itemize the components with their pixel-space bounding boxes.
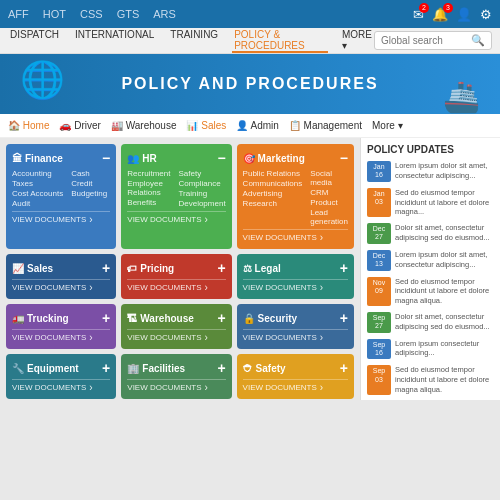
hr-item[interactable]: Recruitment <box>127 169 170 178</box>
chevron-right-icon: › <box>320 282 323 293</box>
trucking-plus[interactable]: + <box>102 310 110 326</box>
finance-item[interactable]: Credit <box>71 179 107 188</box>
hr-item[interactable]: Employee Relations <box>127 179 170 197</box>
marketing-view-docs[interactable]: VIEW DOCUMENTS › <box>243 229 348 243</box>
card-hr[interactable]: 👥HR − Recruitment Employee Relations Ben… <box>121 144 231 249</box>
bell-icon[interactable]: 🔔3 <box>432 7 448 22</box>
policy-date: Sep03 <box>367 365 391 394</box>
marketing-item[interactable]: Advertising <box>243 189 303 198</box>
bc-warehouse[interactable]: 🏭 Warehouse <box>111 120 177 131</box>
legal-plus[interactable]: + <box>340 260 348 276</box>
nav-more[interactable]: MORE ▾ <box>340 29 374 53</box>
hr-item[interactable]: Training <box>178 189 225 198</box>
card-legal[interactable]: ⚖Legal + VIEW DOCUMENTS › <box>237 254 354 299</box>
facilities-view-docs[interactable]: VIEW DOCUMENTS › <box>127 379 225 393</box>
top-nav-ars[interactable]: ARS <box>153 8 176 20</box>
policy-item[interactable]: Jan03 Sed do eiusmod tempor incididunt u… <box>367 188 494 217</box>
hr-item[interactable]: Benefits <box>127 198 170 207</box>
policy-item[interactable]: Sep16 Lorem ipsum consectetur adipiscing… <box>367 339 494 360</box>
gear-icon[interactable]: ⚙ <box>480 7 492 22</box>
nav-training[interactable]: TRAINING <box>168 29 220 53</box>
card-security[interactable]: 🔒Security + VIEW DOCUMENTS › <box>237 304 354 349</box>
equipment-plus[interactable]: + <box>102 360 110 376</box>
search-input[interactable] <box>381 35 471 46</box>
policy-item[interactable]: Sep27 Dolor sit amet, consectetur adipis… <box>367 312 494 333</box>
policy-date: Nov09 <box>367 277 391 306</box>
bc-driver[interactable]: 🚗 Driver <box>59 120 100 131</box>
marketing-title: Marketing <box>258 153 305 164</box>
sales-view-docs[interactable]: VIEW DOCUMENTS › <box>12 279 110 293</box>
hr-minus[interactable]: − <box>217 150 225 166</box>
bc-home[interactable]: 🏠 Home <box>8 120 49 131</box>
chevron-right-icon: › <box>320 232 323 243</box>
policy-text: Dolor sit amet, consectetur adipiscing s… <box>395 312 494 333</box>
marketing-minus[interactable]: − <box>340 150 348 166</box>
finance-item[interactable]: Cost Accounts <box>12 189 63 198</box>
search-icon[interactable]: 🔍 <box>471 34 485 47</box>
hero-title: POLICY AND PROCEDURES <box>121 75 378 93</box>
card-sales[interactable]: 📈Sales + VIEW DOCUMENTS › <box>6 254 116 299</box>
nav-policy-procedures[interactable]: POLICY & PROCEDURES <box>232 29 328 53</box>
marketing-item[interactable]: Communications <box>243 179 303 188</box>
hr-view-docs[interactable]: VIEW DOCUMENTS › <box>127 211 225 225</box>
card-pricing[interactable]: 🏷Pricing + VIEW DOCUMENTS › <box>121 254 231 299</box>
finance-item[interactable]: Accounting <box>12 169 63 178</box>
finance-view-docs[interactable]: VIEW DOCUMENTS › <box>12 211 110 225</box>
nav-dispatch[interactable]: DISPATCH <box>8 29 61 53</box>
pricing-plus[interactable]: + <box>217 260 225 276</box>
card-warehouse[interactable]: 🏗Warehouse + VIEW DOCUMENTS › <box>121 304 231 349</box>
bc-sales[interactable]: 📊 Sales <box>186 120 226 131</box>
bc-more[interactable]: More ▾ <box>372 120 403 131</box>
facilities-plus[interactable]: + <box>217 360 225 376</box>
finance-item[interactable]: Budgeting <box>71 189 107 198</box>
marketing-item[interactable]: Product <box>310 198 348 207</box>
marketing-item[interactable]: Research <box>243 199 303 208</box>
trucking-view-docs[interactable]: VIEW DOCUMENTS › <box>12 329 110 343</box>
marketing-item[interactable]: Public Relations <box>243 169 303 178</box>
safety-plus[interactable]: + <box>340 360 348 376</box>
warehouse-view-docs[interactable]: VIEW DOCUMENTS › <box>127 329 225 343</box>
hr-item[interactable]: Compliance <box>178 179 225 188</box>
finance-item[interactable]: Taxes <box>12 179 63 188</box>
marketing-item[interactable]: Social media <box>310 169 348 187</box>
card-facilities[interactable]: 🏢Facilities + VIEW DOCUMENTS › <box>121 354 231 399</box>
top-nav-aff[interactable]: AFF <box>8 8 29 20</box>
top-nav-gts[interactable]: GTS <box>117 8 140 20</box>
hero-banner: 🌐 POLICY AND PROCEDURES 🚢 <box>0 54 500 114</box>
legal-view-docs[interactable]: VIEW DOCUMENTS › <box>243 279 348 293</box>
sales-plus[interactable]: + <box>102 260 110 276</box>
marketing-item[interactable]: Lead generation <box>310 208 348 226</box>
finance-minus[interactable]: − <box>102 150 110 166</box>
policy-item[interactable]: Nov09 Sed do eiusmod tempor incididunt u… <box>367 277 494 306</box>
policy-item[interactable]: Sep03 Sed do eiusmod tempor incididunt u… <box>367 365 494 394</box>
policy-item[interactable]: Dec27 Dolor sit amet, consectetur adipis… <box>367 223 494 244</box>
card-marketing[interactable]: 🎯Marketing − Public Relations Communicat… <box>237 144 354 249</box>
hr-item[interactable]: Development <box>178 199 225 208</box>
card-safety[interactable]: ⛑Safety + VIEW DOCUMENTS › <box>237 354 354 399</box>
card-finance[interactable]: 🏛Finance − Accounting Taxes Cost Account… <box>6 144 116 249</box>
security-view-docs[interactable]: VIEW DOCUMENTS › <box>243 329 348 343</box>
top-nav-hot[interactable]: HOT <box>43 8 66 20</box>
policy-item[interactable]: Jan16 Lorem ipsum dolor sit amet, consec… <box>367 161 494 182</box>
chevron-right-icon: › <box>320 332 323 343</box>
user-icon[interactable]: 👤 <box>456 7 472 22</box>
card-equipment[interactable]: 🔧Equipment + VIEW DOCUMENTS › <box>6 354 116 399</box>
bc-admin[interactable]: 👤 Admin <box>236 120 279 131</box>
top-nav-css[interactable]: CSS <box>80 8 103 20</box>
policy-item[interactable]: Dec13 Lorem ipsum dolor sit amet, consec… <box>367 250 494 271</box>
marketing-item[interactable]: CRM <box>310 188 348 197</box>
nav-international[interactable]: INTERNATIONAL <box>73 29 156 53</box>
second-navigation: DISPATCH INTERNATIONAL TRAINING POLICY &… <box>0 28 500 54</box>
warehouse-plus[interactable]: + <box>217 310 225 326</box>
bc-management[interactable]: 📋 Management <box>289 120 362 131</box>
facilities-title: Facilities <box>142 363 185 374</box>
pricing-view-docs[interactable]: VIEW DOCUMENTS › <box>127 279 225 293</box>
security-plus[interactable]: + <box>340 310 348 326</box>
finance-item[interactable]: Cash <box>71 169 107 178</box>
envelope-icon[interactable]: ✉2 <box>413 7 424 22</box>
card-trucking[interactable]: 🚛Trucking + VIEW DOCUMENTS › <box>6 304 116 349</box>
equipment-view-docs[interactable]: VIEW DOCUMENTS › <box>12 379 110 393</box>
safety-view-docs[interactable]: VIEW DOCUMENTS › <box>243 379 348 393</box>
finance-item[interactable]: Audit <box>12 199 63 208</box>
hr-item[interactable]: Safety <box>178 169 225 178</box>
